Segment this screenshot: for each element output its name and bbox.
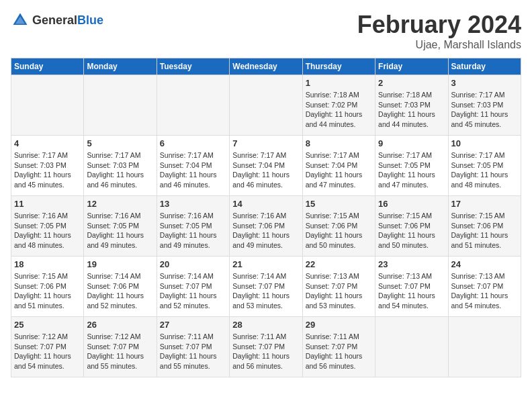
calendar-cell: 23Sunrise: 7:13 AM Sunset: 7:07 PM Dayli… (375, 257, 448, 317)
day-info: Sunrise: 7:13 AM Sunset: 7:07 PM Dayligh… (378, 271, 445, 311)
day-number: 8 (306, 138, 372, 148)
day-number: 13 (160, 199, 226, 209)
day-number: 1 (306, 78, 372, 88)
header-sunday: Sunday (11, 58, 84, 75)
day-info: Sunrise: 7:17 AM Sunset: 7:04 PM Dayligh… (232, 150, 299, 190)
day-number: 12 (87, 199, 153, 209)
calendar-cell: 6Sunrise: 7:17 AM Sunset: 7:04 PM Daylig… (157, 136, 229, 196)
calendar-cell: 9Sunrise: 7:17 AM Sunset: 7:05 PM Daylig… (375, 136, 448, 196)
day-number: 17 (451, 199, 518, 209)
calendar-cell (157, 75, 229, 136)
day-info: Sunrise: 7:13 AM Sunset: 7:07 PM Dayligh… (451, 271, 518, 311)
calendar-header-row: SundayMondayTuesdayWednesdayThursdayFrid… (11, 58, 521, 75)
day-info: Sunrise: 7:11 AM Sunset: 7:07 PM Dayligh… (306, 332, 372, 371)
calendar-cell: 14Sunrise: 7:16 AM Sunset: 7:06 PM Dayli… (230, 196, 302, 257)
calendar-cell: 10Sunrise: 7:17 AM Sunset: 7:05 PM Dayli… (448, 136, 521, 196)
day-info: Sunrise: 7:16 AM Sunset: 7:05 PM Dayligh… (14, 211, 81, 250)
calendar-cell: 13Sunrise: 7:16 AM Sunset: 7:05 PM Dayli… (157, 196, 229, 257)
day-number: 22 (306, 259, 372, 269)
logo-blue: Blue (77, 13, 103, 27)
calendar-cell: 8Sunrise: 7:17 AM Sunset: 7:04 PM Daylig… (302, 136, 375, 196)
header-tuesday: Tuesday (157, 58, 229, 75)
day-number: 3 (451, 78, 518, 88)
calendar-cell: 25Sunrise: 7:12 AM Sunset: 7:07 PM Dayli… (11, 317, 84, 377)
day-number: 7 (232, 138, 299, 148)
day-info: Sunrise: 7:17 AM Sunset: 7:05 PM Dayligh… (378, 150, 445, 190)
calendar-cell: 3Sunrise: 7:17 AM Sunset: 7:03 PM Daylig… (448, 75, 521, 136)
day-info: Sunrise: 7:16 AM Sunset: 7:06 PM Dayligh… (232, 211, 299, 250)
day-info: Sunrise: 7:15 AM Sunset: 7:06 PM Dayligh… (14, 271, 81, 311)
calendar-cell: 20Sunrise: 7:14 AM Sunset: 7:07 PM Dayli… (157, 257, 229, 317)
day-number: 28 (232, 320, 299, 330)
day-number: 26 (87, 320, 153, 330)
day-info: Sunrise: 7:16 AM Sunset: 7:05 PM Dayligh… (87, 211, 153, 250)
calendar-cell: 15Sunrise: 7:15 AM Sunset: 7:06 PM Dayli… (302, 196, 375, 257)
calendar-cell: 5Sunrise: 7:17 AM Sunset: 7:03 PM Daylig… (84, 136, 157, 196)
calendar-cell (11, 75, 84, 136)
calendar-cell: 12Sunrise: 7:16 AM Sunset: 7:05 PM Dayli… (84, 196, 157, 257)
day-number: 29 (306, 320, 372, 330)
day-number: 5 (87, 138, 153, 148)
title-area: February 2024 Ujae, Marshall Islands (357, 11, 521, 51)
day-info: Sunrise: 7:17 AM Sunset: 7:04 PM Dayligh… (306, 150, 372, 190)
calendar-cell: 21Sunrise: 7:14 AM Sunset: 7:07 PM Dayli… (230, 257, 302, 317)
calendar-cell (375, 317, 448, 377)
calendar-cell: 17Sunrise: 7:15 AM Sunset: 7:06 PM Dayli… (448, 196, 521, 257)
day-number: 9 (378, 138, 445, 148)
location-subtitle: Ujae, Marshall Islands (357, 39, 521, 51)
calendar-cell: 22Sunrise: 7:13 AM Sunset: 7:07 PM Dayli… (302, 257, 375, 317)
day-info: Sunrise: 7:17 AM Sunset: 7:03 PM Dayligh… (451, 90, 518, 130)
calendar-cell: 1Sunrise: 7:18 AM Sunset: 7:02 PM Daylig… (302, 75, 375, 136)
calendar-week-4: 18Sunrise: 7:15 AM Sunset: 7:06 PM Dayli… (11, 257, 521, 317)
day-number: 25 (14, 320, 81, 330)
calendar-week-5: 25Sunrise: 7:12 AM Sunset: 7:07 PM Dayli… (11, 317, 521, 377)
calendar-cell: 7Sunrise: 7:17 AM Sunset: 7:04 PM Daylig… (230, 136, 302, 196)
day-info: Sunrise: 7:16 AM Sunset: 7:05 PM Dayligh… (160, 211, 226, 250)
calendar-cell: 2Sunrise: 7:18 AM Sunset: 7:03 PM Daylig… (375, 75, 448, 136)
calendar-cell: 19Sunrise: 7:14 AM Sunset: 7:06 PM Dayli… (84, 257, 157, 317)
header-friday: Friday (375, 58, 448, 75)
day-info: Sunrise: 7:17 AM Sunset: 7:03 PM Dayligh… (14, 150, 81, 190)
day-info: Sunrise: 7:18 AM Sunset: 7:03 PM Dayligh… (378, 90, 445, 130)
calendar-cell: 26Sunrise: 7:12 AM Sunset: 7:07 PM Dayli… (84, 317, 157, 377)
day-number: 24 (451, 259, 518, 269)
day-number: 2 (378, 78, 445, 88)
day-info: Sunrise: 7:15 AM Sunset: 7:06 PM Dayligh… (378, 211, 445, 250)
day-number: 11 (14, 199, 81, 209)
header-wednesday: Wednesday (230, 58, 302, 75)
day-number: 27 (160, 320, 226, 330)
day-number: 4 (14, 138, 81, 148)
calendar-table: SundayMondayTuesdayWednesdayThursdayFrid… (11, 58, 521, 377)
day-number: 19 (87, 259, 153, 269)
day-info: Sunrise: 7:12 AM Sunset: 7:07 PM Dayligh… (14, 332, 81, 371)
day-info: Sunrise: 7:11 AM Sunset: 7:07 PM Dayligh… (232, 332, 299, 371)
day-info: Sunrise: 7:14 AM Sunset: 7:07 PM Dayligh… (160, 271, 226, 311)
day-info: Sunrise: 7:15 AM Sunset: 7:06 PM Dayligh… (451, 211, 518, 250)
day-number: 21 (232, 259, 299, 269)
day-number: 14 (232, 199, 299, 209)
calendar-cell: 27Sunrise: 7:11 AM Sunset: 7:07 PM Dayli… (157, 317, 229, 377)
day-number: 16 (378, 199, 445, 209)
calendar-cell (84, 75, 157, 136)
header-thursday: Thursday (302, 58, 375, 75)
logo: GeneralBlue (11, 11, 103, 30)
day-number: 10 (451, 138, 518, 148)
day-info: Sunrise: 7:12 AM Sunset: 7:07 PM Dayligh… (87, 332, 153, 371)
calendar-week-2: 4Sunrise: 7:17 AM Sunset: 7:03 PM Daylig… (11, 136, 521, 196)
header-monday: Monday (84, 58, 157, 75)
calendar-cell: 16Sunrise: 7:15 AM Sunset: 7:06 PM Dayli… (375, 196, 448, 257)
calendar-cell: 24Sunrise: 7:13 AM Sunset: 7:07 PM Dayli… (448, 257, 521, 317)
calendar-cell: 11Sunrise: 7:16 AM Sunset: 7:05 PM Dayli… (11, 196, 84, 257)
month-title: February 2024 (357, 11, 521, 39)
day-number: 6 (160, 138, 226, 148)
day-info: Sunrise: 7:18 AM Sunset: 7:02 PM Dayligh… (306, 90, 372, 130)
day-number: 20 (160, 259, 226, 269)
calendar-cell: 18Sunrise: 7:15 AM Sunset: 7:06 PM Dayli… (11, 257, 84, 317)
day-info: Sunrise: 7:11 AM Sunset: 7:07 PM Dayligh… (160, 332, 226, 371)
day-info: Sunrise: 7:14 AM Sunset: 7:06 PM Dayligh… (87, 271, 153, 311)
calendar-cell (448, 317, 521, 377)
calendar-cell: 28Sunrise: 7:11 AM Sunset: 7:07 PM Dayli… (230, 317, 302, 377)
day-info: Sunrise: 7:17 AM Sunset: 7:04 PM Dayligh… (160, 150, 226, 190)
day-number: 23 (378, 259, 445, 269)
day-info: Sunrise: 7:17 AM Sunset: 7:03 PM Dayligh… (87, 150, 153, 190)
